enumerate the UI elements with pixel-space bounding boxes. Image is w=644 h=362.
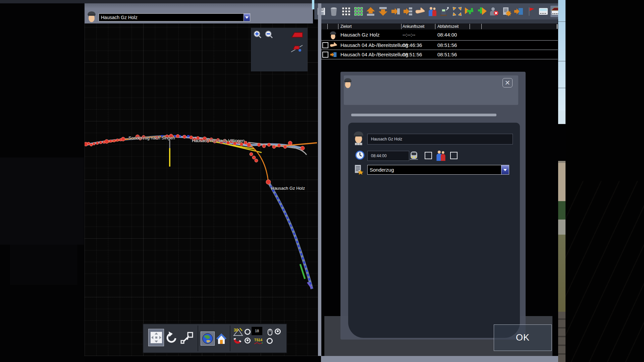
grid-size-value: 18 [255,329,259,333]
scene-strip [558,0,566,362]
passengers-icon [435,150,446,161]
map-label-gz-holz: Hausach Gz Holz [271,186,305,191]
angle-snap-icon: 30 [233,327,243,336]
ok-button-label: OK [516,333,530,343]
insert-list-icon[interactable] [402,6,413,17]
table-row[interactable]: Hausach 04 Ab-/Bereitstellung 08:51:56 0… [321,50,558,59]
chevron-down-icon[interactable] [501,165,509,174]
train-selector-dropdown[interactable]: Hausach Gz Holz [99,13,250,21]
train-name-value: Hausach Gz Holz [371,137,402,141]
snap-radio[interactable] [245,338,251,344]
route-add-icon[interactable] [464,6,475,17]
cell-zielort: Hausach 04 Ab-/Bereitstellung [340,41,408,50]
mouse-mode-radio[interactable] [275,328,281,335]
row-checkbox[interactable] [322,52,328,58]
move-down-icon[interactable] [378,6,388,17]
option-checkbox-2[interactable] [450,152,458,159]
application-window: Hausach Gz Holz [0,0,644,362]
row-separator [321,40,558,41]
timetable-panel: Zielort Ankunftszeit Abfahrtszeit Hausac… [321,19,558,60]
ok-button[interactable]: OK [494,324,552,351]
pan-mode-button[interactable] [148,329,164,346]
toolbar-divider [198,325,198,351]
scene-left [0,0,85,362]
table-row[interactable]: Hausach Gz Holz --:--:-- 08:44:00 [321,29,558,40]
row-checkbox[interactable] [322,42,328,48]
magnet-icon [232,337,243,346]
arrow-into-box-icon[interactable] [514,6,524,17]
departure-time-field[interactable]: 08:44:00 [367,151,409,161]
map-toolbar: 30 18 TS14 [143,323,287,353]
map-label-re-villingen: Hausach RE nach Villingen [192,138,245,143]
globe-button[interactable] [201,331,215,346]
document-star-icon [354,164,364,175]
delete-icon[interactable] [329,6,339,17]
table-top-strip [321,19,558,23]
scene-building [558,161,566,201]
hand-pointer-icon [329,42,337,48]
top-strip [0,0,644,3]
catenary-wire [558,88,566,88]
flag-icon[interactable] [526,6,536,17]
chevron-down-icon[interactable] [244,14,250,21]
panel-divider[interactable] [318,3,321,356]
grid-size-box[interactable]: 18 [252,327,262,335]
scene-grass [558,235,566,312]
remove-driver-icon[interactable] [489,6,499,17]
grid-white-icon[interactable] [341,6,352,17]
home-button[interactable] [215,332,227,345]
cell-ankunftszeit: 08:51:56 [402,50,422,59]
table-row[interactable]: Hausach 04 Ab-/Bereitstellung 08:46:36 0… [321,41,558,50]
rotate-button[interactable] [165,330,178,345]
grid-green-icon[interactable] [353,6,364,17]
catenary-wire [558,61,566,61]
hand-pointer-icon[interactable] [415,6,425,17]
scale-button[interactable] [180,331,194,345]
cell-ankunftszeit: 08:46:36 [402,41,422,50]
column-header-ankunftszeit[interactable]: Ankunftszeit [402,24,424,29]
driver-avatar-icon [352,131,365,145]
column-header-zielort[interactable]: Zielort [340,24,352,29]
move-up-icon[interactable] [366,6,376,17]
bottom-bar [321,356,559,362]
svg-text:30: 30 [234,328,238,333]
track-red-icon[interactable] [291,31,303,39]
add-route-icon[interactable] [477,6,487,17]
driver-avatar-icon [87,10,97,23]
document-settings-icon[interactable] [501,6,512,17]
close-icon[interactable]: ✕ [502,78,513,87]
table-header: Zielort Ankunftszeit Abfahrtszeit [321,23,558,29]
scene-right [566,0,644,362]
collapse-arrows-icon[interactable] [452,6,462,17]
track-style-radio[interactable] [267,338,273,344]
platform-display-icon[interactable] [538,6,549,17]
dialog-content: Hausach Gz Holz 08:44:00 Sonderzug [348,123,520,338]
map-overlay-panel [251,28,308,71]
train-front-icon [409,151,419,160]
zoom-out-icon[interactable] [264,30,274,39]
header-divider [327,24,328,29]
passengers-icon[interactable] [427,6,438,17]
header-divider [338,24,338,29]
angle-snap-radio[interactable] [245,329,251,335]
dialog-separator-bar [351,114,496,116]
insert-after-icon[interactable] [390,6,401,17]
train-name-field[interactable]: Hausach Gz Holz [367,134,513,144]
catenary-wire [558,21,566,22]
track-style-indicator[interactable]: TS14 [253,337,263,346]
track-signal-icon[interactable] [290,43,304,53]
cell-zielort: Hausach 04 Ab-/Bereitstellung [340,50,408,59]
driver-avatar-icon [343,76,353,90]
column-header-abfahrtszeit[interactable]: Abfahrtszeit [437,24,459,29]
row-separator [321,50,558,50]
scrollbar-marker[interactable] [557,24,557,29]
driver-avatar-icon [329,31,337,40]
zoom-in-icon[interactable] [253,30,262,39]
cell-abfahrtszeit: 08:44:00 [437,29,457,40]
train-type-dropdown[interactable]: Sonderzug [367,165,509,175]
fuel-pump-icon[interactable] [440,6,450,17]
option-checkbox-1[interactable] [425,152,432,159]
track-map[interactable]: Sonderzug nach Singen Hausach RE nach Vi… [85,23,318,356]
departure-time-value: 08:44:00 [371,154,387,158]
arrow-into-box-icon [330,51,337,58]
